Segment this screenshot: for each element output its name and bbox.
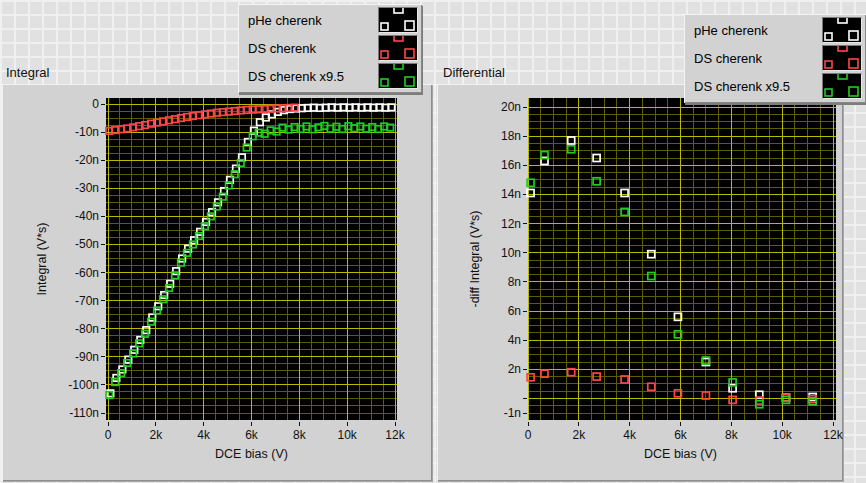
y-tick-label: 0 (92, 97, 99, 111)
x-axis-label: DCE bias (V) (215, 447, 288, 461)
y-axis-label: -diff Integral (V*s) (468, 210, 482, 307)
integral-plot-legend: pHe cherenk DS cherenk DS cherenk x9.5 (238, 4, 422, 93)
y-tick-label: 2n (508, 362, 521, 376)
plot-style-swatch-icon[interactable] (822, 17, 862, 43)
y-tick-label: 8n (508, 275, 521, 289)
x-tick-label: 8k (293, 428, 307, 442)
legend-item-phe-cherenk[interactable]: pHe cherenk (248, 7, 418, 33)
y-tick-label: -60n (75, 266, 99, 280)
integral-plot-title: Integral (6, 66, 49, 80)
x-tick-label: 10k (772, 428, 792, 442)
y-tick-label: -70n (75, 294, 99, 308)
marker-glyph (838, 74, 847, 79)
y-tick-label: -30n (75, 181, 99, 195)
y-tick-label: 10n (501, 246, 521, 260)
plot-style-swatch-icon[interactable] (378, 35, 418, 61)
x-tick-label: 2k (149, 428, 163, 442)
marker-glyph (838, 46, 847, 51)
x-tick-label: 6k (674, 428, 688, 442)
y-tick-label: 14n (501, 187, 521, 201)
legend-label: pHe cherenk (694, 23, 776, 38)
y-tick-label: -80n (75, 322, 99, 336)
marker-glyph (405, 21, 414, 30)
differential-plot-title: Differential (443, 66, 505, 80)
marker-glyph (381, 79, 388, 86)
integral-graph-panel[interactable]: 0-10n-20n-30n-40n-50n-60n-70n-80n-90n-10… (2, 84, 432, 481)
labview-front-panel: { "legend": { "items": [ {"label": "pHe … (0, 0, 866, 483)
marker-glyph (394, 36, 403, 41)
legend-item-phe-cherenk[interactable]: pHe cherenk (694, 17, 862, 43)
legend-label: pHe cherenk (248, 13, 330, 28)
marker-glyph (825, 33, 832, 40)
legend-item-ds-cherenk-x95[interactable]: DS cherenk x9.5 (248, 63, 418, 89)
y-tick-label: 20n (501, 100, 521, 114)
y-axis-label: Integral (V*s) (35, 223, 49, 296)
y-tick-label: 18n (501, 129, 521, 143)
marker-glyph (838, 18, 847, 23)
y-tick-label: -50n (75, 237, 99, 251)
y-tick-label: 4n (508, 333, 521, 347)
marker-glyph (405, 49, 414, 58)
legend-label: DS cherenk x9.5 (248, 69, 352, 84)
y-tick-label: -110n (69, 406, 99, 420)
differential-graph-panel[interactable]: 20n18n16n14n12n10n8n6n4n2n-1n02k4k6k8k10… (437, 84, 843, 481)
marker-glyph (394, 8, 403, 13)
legend-label: DS cherenk (248, 41, 324, 56)
legend-item-ds-cherenk-x95[interactable]: DS cherenk x9.5 (694, 73, 862, 99)
marker-style-preview-icon (823, 74, 861, 98)
legend-label: DS cherenk (694, 51, 770, 66)
marker-glyph (381, 23, 388, 30)
plot-style-swatch-icon[interactable] (378, 7, 418, 33)
marker-glyph (849, 87, 858, 96)
x-tick-label: 10k (337, 428, 357, 442)
marker-glyph (849, 59, 858, 68)
marker-glyph (825, 89, 832, 96)
marker-glyph (825, 61, 832, 68)
marker-style-preview-icon (379, 36, 417, 60)
plot-style-swatch-icon[interactable] (822, 73, 862, 99)
legend-item-ds-cherenk[interactable]: DS cherenk (694, 45, 862, 71)
y-tick-label: 6n (508, 304, 521, 318)
x-tick-label: 4k (197, 428, 211, 442)
x-tick-label: 0 (105, 428, 112, 442)
differential-plot-legend: pHe cherenk DS cherenk DS cherenk x9.5 (684, 14, 866, 103)
y-tick-label: -10n (75, 125, 99, 139)
marker-style-preview-icon (823, 46, 861, 70)
y-tick-label: 16n (501, 158, 521, 172)
legend-item-ds-cherenk[interactable]: DS cherenk (248, 35, 418, 61)
x-tick-label: 12k (823, 428, 843, 442)
y-tick-label: -90n (75, 350, 99, 364)
x-tick-label: 2k (572, 428, 586, 442)
y-tick-label: -100n (68, 378, 99, 392)
marker-glyph (381, 51, 388, 58)
marker-glyph (849, 31, 858, 40)
marker-glyph (405, 77, 414, 86)
marker-style-preview-icon (379, 64, 417, 88)
legend-label: DS cherenk x9.5 (694, 79, 798, 94)
integral-plot[interactable]: 0-10n-20n-30n-40n-50n-60n-70n-80n-90n-10… (2, 84, 432, 481)
x-tick-label: 0 (525, 428, 532, 442)
x-tick-label: 4k (623, 428, 637, 442)
plot-style-swatch-icon[interactable] (378, 63, 418, 89)
marker-style-preview-icon (823, 18, 861, 42)
x-tick-label: 8k (725, 428, 739, 442)
x-tick-label: 12k (385, 428, 405, 442)
marker-glyph (394, 64, 403, 69)
y-tick-label: 12n (501, 217, 521, 231)
plot-style-swatch-icon[interactable] (822, 45, 862, 71)
differential-plot[interactable]: 20n18n16n14n12n10n8n6n4n2n-1n02k4k6k8k10… (437, 84, 843, 481)
y-tick-label: -1n (504, 406, 521, 420)
x-tick-label: 6k (245, 428, 259, 442)
y-tick-label: -40n (75, 209, 99, 223)
marker-style-preview-icon (379, 8, 417, 32)
y-tick-label: -20n (75, 153, 99, 167)
x-axis-label: DCE bias (V) (644, 447, 717, 461)
